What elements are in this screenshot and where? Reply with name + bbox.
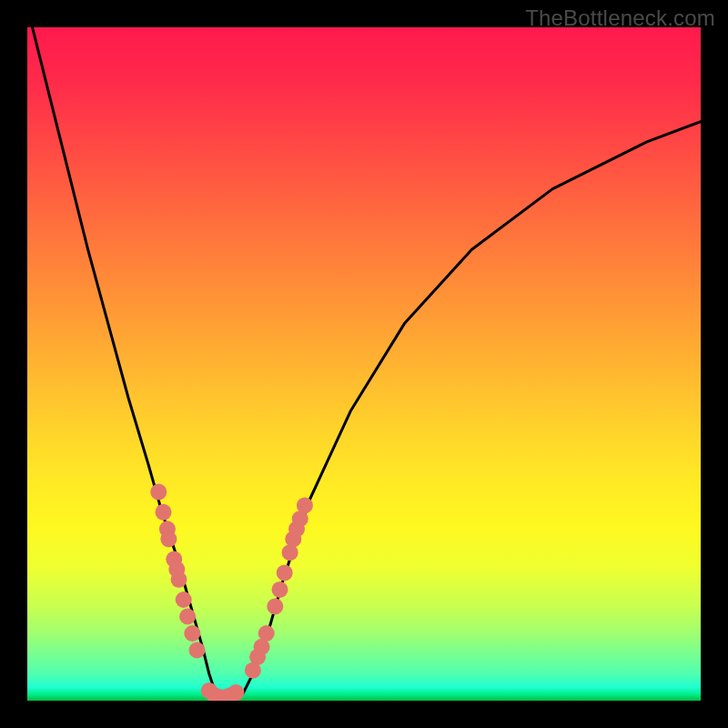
chart-svg [27, 27, 701, 701]
watermark-text: TheBottleneck.com [525, 5, 715, 31]
gpu-marker [179, 609, 196, 625]
gpu-marker [228, 684, 244, 701]
gpu-marker [150, 484, 167, 500]
gpu-marker [184, 625, 200, 642]
gpu-marker [160, 531, 177, 547]
gpu-marker [156, 504, 172, 521]
gpu-marker [189, 642, 206, 659]
gpu-marker [176, 592, 192, 608]
plot-area [27, 27, 701, 701]
gpu-marker [277, 564, 293, 581]
chart-frame: TheBottleneck.com [0, 0, 728, 728]
gpu-marker [297, 497, 313, 513]
gpu-marker [171, 571, 187, 588]
gpu-marker [272, 581, 288, 598]
bottleneck-curve-path [27, 27, 701, 701]
gpu-marker [258, 625, 275, 642]
gpu-marker [267, 598, 283, 614]
gpu-marker-group [150, 484, 313, 701]
bottleneck-curve [27, 27, 701, 701]
